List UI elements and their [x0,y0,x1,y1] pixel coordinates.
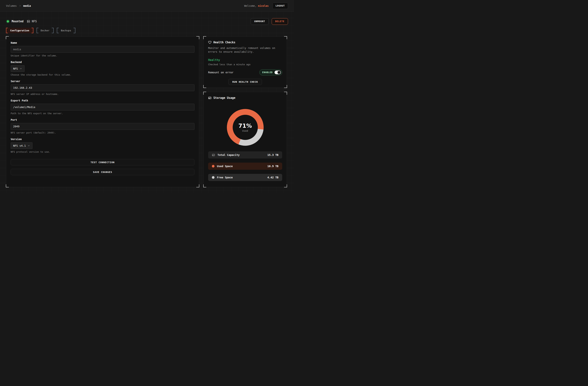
version-help: NFS protocol version to use. [11,150,194,153]
corner-bracket [284,85,287,88]
corner-bracket [6,36,9,39]
stat-value: 4.42 TB [267,176,278,179]
page-background: Mounted NFS UNMOUNT DELETE Configuration… [0,12,294,193]
hard-drive-icon [208,96,211,100]
corner-bracket [203,85,206,88]
status-row: Mounted NFS UNMOUNT DELETE [6,18,288,25]
username: nicolas [258,4,269,7]
export-path-help: Path to the NFS export on the server. [11,112,194,115]
port-input[interactable] [11,123,194,130]
version-select-value: NFS v4.1 [13,144,26,147]
backend-badge: NFS [27,20,37,23]
server-label: Server [11,80,194,83]
stat-value: 10.9 TB [267,165,278,168]
used-space-dot-icon [212,165,214,168]
donut-center: 71% Used [233,115,258,140]
tab-configuration[interactable]: Configuration [6,28,33,33]
remount-label: Remount on error [208,71,233,74]
stat-label: Total Capacity [217,153,240,156]
port-help: NFS server port (default: 2049). [11,131,194,134]
health-checks-panel: Health Checks Monitor and automatically … [203,36,287,88]
name-input[interactable] [11,46,194,53]
welcome-text: Welcome, nicolas [244,4,269,7]
tab-backups[interactable]: Backups [57,28,75,33]
hard-drive-icon [212,153,215,157]
backend-select[interactable]: NFS [11,65,24,72]
free-space-dot-icon [212,176,214,179]
backend-badge-label: NFS [32,20,37,23]
corner-bracket [6,184,9,187]
donut-percent-caption: Used [242,129,248,132]
version-select[interactable]: NFS v4.1 [11,142,32,149]
unmount-button[interactable]: UNMOUNT [251,18,269,25]
chevron-down-icon [20,67,22,70]
donut-percent: 71% [238,123,252,129]
chevron-down-icon [28,144,30,147]
breadcrumb-volumes[interactable]: Volumes [6,4,17,7]
corner-bracket [203,36,206,39]
corner-bracket [284,92,287,95]
storage-usage-title: Storage Usage [213,96,235,100]
welcome-prefix: Welcome, [244,4,256,7]
server-input[interactable] [11,85,194,91]
health-checks-title: Health Checks [213,41,235,44]
toggle-knob [277,71,280,74]
backend-label: Backend [11,61,194,64]
version-label: Version [11,138,194,141]
heart-icon [208,41,211,44]
remount-setting-row: Remount on error ENABLED [208,69,282,75]
save-changes-button[interactable]: SAVE CHANGES [11,169,194,175]
corner-bracket [196,184,199,187]
top-bar: Volumes media Welcome, nicolas LOGOUT [0,0,294,12]
stat-row-used-space: Used Space 10.9 TB [208,163,282,170]
breadcrumb: Volumes media [6,4,31,7]
stat-value: 15.3 TB [267,153,278,156]
mounted-status-icon [6,20,10,23]
corner-bracket [284,184,287,187]
storage-usage-title-row: Storage Usage [208,96,282,100]
backend-select-value: NFS [13,67,18,70]
mounted-label: Mounted [12,20,23,23]
storage-donut-chart: 71% Used [227,109,264,146]
delete-button[interactable]: DELETE [272,18,288,25]
corner-bracket [284,36,287,39]
top-bar-right: Welcome, nicolas LOGOUT [244,3,288,9]
corner-bracket [196,36,199,39]
run-health-check-row: RUN HEALTH CHECK [208,79,282,85]
corner-bracket [203,184,206,187]
name-help: Unique identifier for the volume. [11,54,194,57]
storage-stats: Total Capacity 15.3 TB Used Space 10.9 T… [208,151,282,181]
server-stack-icon [27,20,30,23]
tab-bar: Configuration Docker Backups [6,28,288,33]
run-health-check-button[interactable]: RUN HEALTH CHECK [228,79,262,85]
form-actions: TEST CONNECTION SAVE CHANGES [11,159,194,175]
breadcrumb-current: media [23,4,31,7]
volume-status: Mounted NFS [6,20,37,23]
toggle-switch [274,70,281,74]
server-help: NFS server IP address or hostname. [11,93,194,95]
export-path-label: Export Path [11,99,194,102]
right-column: Health Checks Monitor and automatically … [203,36,287,187]
storage-usage-panel: Storage Usage 71% Used [203,92,287,187]
corner-bracket [203,92,206,95]
health-checks-description: Monitor and automatically remount volume… [208,46,282,54]
health-status: Healthy [208,58,282,62]
test-connection-button[interactable]: TEST CONNECTION [11,159,194,165]
remount-toggle-label: ENABLED [262,71,273,74]
chevron-right-icon [19,5,21,7]
name-label: Name [11,41,194,44]
export-path-input[interactable] [11,104,194,110]
tab-docker[interactable]: Docker [37,28,54,33]
health-last-checked: Checked less than a minute ago [208,63,282,66]
stat-row-total-capacity: Total Capacity 15.3 TB [208,151,282,158]
health-checks-title-row: Health Checks [208,41,282,44]
volume-actions: UNMOUNT DELETE [251,18,288,25]
main-content: Name Unique identifier for the volume. B… [6,36,288,187]
port-label: Port [11,118,194,121]
configuration-panel: Name Unique identifier for the volume. B… [6,36,199,187]
remount-toggle[interactable]: ENABLED [259,69,282,75]
stat-label: Free Space [217,176,233,179]
logout-button[interactable]: LOGOUT [273,3,288,9]
stat-row-free-space: Free Space 4.42 TB [208,174,282,181]
stat-label: Used Space [217,165,233,168]
